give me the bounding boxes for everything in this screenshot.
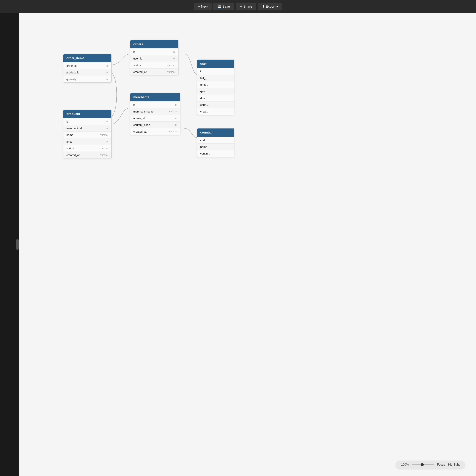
table-row: coun... (197, 101, 234, 108)
table-orders[interactable]: orders id int user_id int status varchar… (130, 40, 178, 75)
table-row: ema... (197, 81, 234, 88)
table-users[interactable]: user id full_... ema... gen... date... (197, 60, 234, 115)
table-row: user_id int (130, 55, 178, 62)
table-row: country_code int (130, 121, 180, 128)
table-row: product_id int (63, 69, 111, 76)
table-merchants[interactable]: merchants id int merchant_name varchar a… (130, 93, 180, 135)
table-row: quantity int (63, 76, 111, 82)
table-row: created_at varchar (63, 152, 111, 158)
table-row: id int (130, 48, 178, 55)
table-row: contin... (197, 150, 234, 157)
focus-button[interactable]: Focus (437, 463, 445, 466)
zoom-slider-container (412, 464, 434, 465)
table-users-header: user (197, 60, 234, 68)
highlight-button[interactable]: Highlight (448, 463, 460, 466)
zoom-level: 100% (401, 463, 409, 466)
table-row: merchant_name varchar (130, 108, 180, 115)
table-countries[interactable]: countr... code name contin... (197, 128, 234, 157)
bottom-bar: 100% Focus Highlight (396, 461, 465, 469)
zoom-slider[interactable] (412, 464, 434, 465)
sidebar-strip (0, 13, 18, 476)
table-row: merchant_id int (63, 125, 111, 132)
table-row: created_at varchar (130, 68, 178, 75)
table-row: id (197, 68, 234, 75)
table-row: admin_id int (130, 115, 180, 121)
table-row: order_id int (63, 62, 111, 69)
canvas-area: order_items order_id int product_id int … (0, 13, 476, 476)
new-button[interactable]: + New (194, 3, 212, 10)
table-order-items-header: order_items (63, 54, 111, 62)
table-row: id int (130, 101, 180, 108)
table-row: id int (63, 118, 111, 125)
table-row: created_at varchar (130, 128, 180, 135)
toolbar: + New 💾 Save ↪ Share ⬇ Export ▾ (0, 0, 476, 13)
share-button[interactable]: ↪ Share (236, 3, 256, 10)
table-row: crea... (197, 108, 234, 115)
table-row: name varchar (63, 132, 111, 138)
table-row: status varchar (63, 145, 111, 152)
table-products[interactable]: products id int merchant_id int name var… (63, 110, 112, 158)
export-button[interactable]: ⬇ Export ▾ (258, 3, 282, 10)
table-row: code (197, 137, 234, 143)
table-row: name (197, 143, 234, 150)
sidebar-handle[interactable] (16, 239, 18, 250)
diagram-canvas[interactable]: order_items order_id int product_id int … (18, 13, 476, 476)
table-orders-header: orders (130, 40, 178, 48)
table-row: gen... (197, 88, 234, 95)
table-products-header: products (63, 110, 111, 118)
table-merchants-header: merchants (130, 93, 180, 101)
table-row: price int (63, 138, 111, 145)
table-order-items[interactable]: order_items order_id int product_id int … (63, 54, 112, 83)
save-button[interactable]: 💾 Save (213, 3, 234, 10)
table-countries-header: countr... (197, 128, 234, 137)
table-row: date... (197, 95, 234, 101)
table-row: status varchar (130, 62, 178, 68)
table-row: full_... (197, 75, 234, 81)
